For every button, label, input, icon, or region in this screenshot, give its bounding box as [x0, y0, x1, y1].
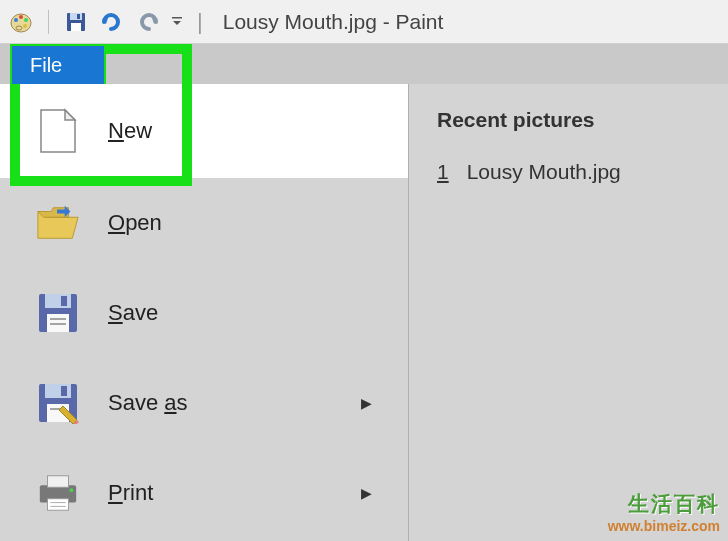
svg-rect-8: [71, 23, 81, 31]
svg-rect-13: [47, 314, 69, 332]
svg-point-25: [69, 488, 73, 492]
qat-dropdown-icon[interactable]: [171, 15, 183, 29]
recent-item-number: 1: [437, 160, 449, 184]
window-title: Lousy Mouth.jpg - Paint: [223, 10, 444, 34]
recent-item-name: Lousy Mouth.jpg: [467, 160, 621, 184]
menu-item-new[interactable]: New: [0, 84, 408, 178]
menu-item-save-label: Save: [108, 300, 158, 326]
recent-picture-item[interactable]: 1 Lousy Mouth.jpg: [437, 160, 700, 184]
menu-item-new-label: New: [108, 118, 152, 144]
svg-rect-7: [70, 13, 82, 20]
svg-point-2: [19, 15, 23, 19]
saveas-disk-icon: [36, 381, 80, 425]
menu-item-save[interactable]: Save: [0, 268, 408, 358]
open-folder-icon: [36, 201, 80, 245]
menu-item-print[interactable]: Print ▶: [0, 448, 408, 538]
svg-rect-20: [61, 386, 67, 396]
svg-point-1: [14, 18, 18, 22]
new-file-icon: [36, 109, 80, 153]
svg-rect-12: [45, 294, 71, 308]
svg-rect-23: [47, 476, 68, 487]
title-divider: |: [197, 9, 203, 35]
watermark: 生活百科 www.bimeiz.com: [608, 490, 720, 535]
separator: [48, 10, 49, 34]
save-disk-icon: [36, 291, 80, 335]
submenu-arrow-icon: ▶: [361, 395, 372, 411]
file-menu: New Open: [0, 84, 728, 541]
menu-item-open-label: Open: [108, 210, 162, 236]
svg-point-5: [16, 26, 22, 30]
recent-pictures-panel: Recent pictures 1 Lousy Mouth.jpg: [408, 84, 728, 541]
svg-point-3: [24, 18, 28, 22]
file-tab[interactable]: File: [10, 44, 106, 84]
svg-rect-9: [77, 14, 80, 19]
save-icon[interactable]: [63, 9, 89, 35]
svg-rect-18: [45, 384, 71, 398]
menu-item-saveas-label: Save as: [108, 390, 188, 416]
svg-point-4: [23, 24, 27, 28]
svg-rect-10: [172, 17, 182, 19]
menu-item-saveas[interactable]: Save as ▶: [0, 358, 408, 448]
menu-item-open[interactable]: Open: [0, 178, 408, 268]
redo-icon[interactable]: [135, 9, 161, 35]
svg-rect-24: [47, 499, 68, 510]
app-icon: [8, 9, 34, 35]
titlebar: | Lousy Mouth.jpg - Paint: [0, 0, 728, 44]
recent-pictures-title: Recent pictures: [437, 108, 700, 132]
file-tab-label: File: [30, 54, 62, 77]
watermark-url: www.bimeiz.com: [608, 517, 720, 535]
menu-item-print-label: Print: [108, 480, 153, 506]
undo-icon[interactable]: [99, 9, 125, 35]
submenu-arrow-icon: ▶: [361, 485, 372, 501]
print-icon: [36, 471, 80, 515]
svg-rect-14: [61, 296, 67, 306]
watermark-cn: 生活百科: [608, 490, 720, 517]
file-menu-items: New Open: [0, 84, 408, 541]
